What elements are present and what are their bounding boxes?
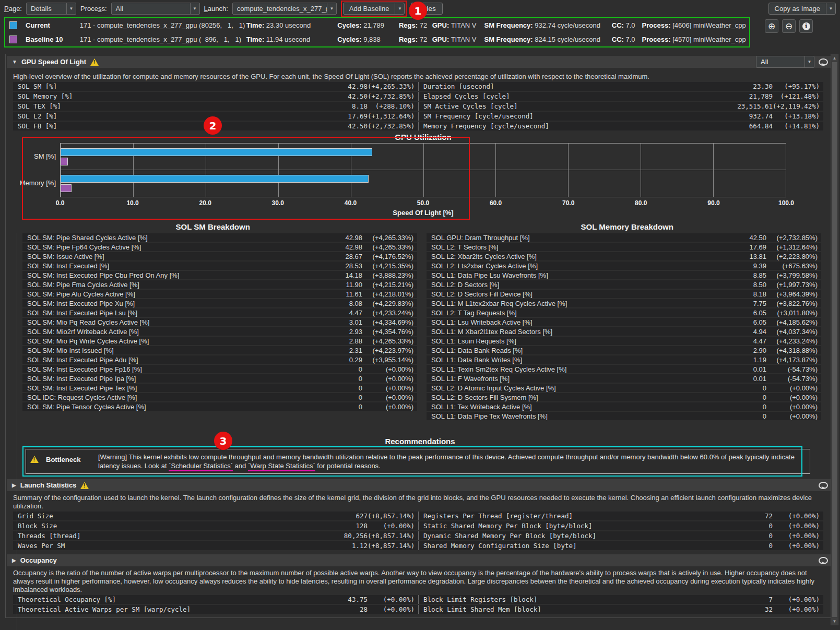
table-row[interactable]: SOL L1: Lsu Writeback Active [%]6.05(+4,… bbox=[427, 318, 821, 326]
table-row[interactable]: Static Shared Memory Per Block [byte/blo… bbox=[418, 521, 823, 530]
table-row[interactable]: SOL SM: Mio Pq Write Cycles Active [%]2.… bbox=[22, 337, 417, 345]
metric-label: Block Limit Shared Mem [block] bbox=[419, 605, 723, 613]
process-field: Process: [4570] miniWeather_cpp bbox=[642, 35, 749, 43]
add-baseline-button[interactable]: Add Baseline ▼ bbox=[343, 3, 405, 15]
comment-icon[interactable] bbox=[819, 557, 828, 564]
process-dropdown[interactable]: All ▼ bbox=[111, 3, 200, 15]
scrollbar-thumb[interactable] bbox=[832, 62, 837, 617]
table-row[interactable]: SOL L1: Texin Sm2tex Req Cycles Active [… bbox=[427, 365, 821, 373]
table-row[interactable]: Theoretical Occupancy [%]43.75(+0.00%) bbox=[13, 595, 418, 604]
table-row[interactable]: SOL SM: Pipe Fma Cycles Active [%]11.90(… bbox=[22, 280, 417, 289]
metric-delta: (+4,265.33%) bbox=[362, 243, 417, 251]
table-row[interactable]: SOL L2: D Sectors Fill Sysmem [%]0(+0.00… bbox=[427, 393, 821, 401]
table-row[interactable]: Theoretical Active Warps per SM [warp/cy… bbox=[13, 605, 418, 614]
table-row[interactable]: SOL IDC: Request Cycles Active [%]0(+0.0… bbox=[22, 393, 417, 401]
table-row[interactable]: SOL L2: T Tag Requests [%]6.05(+3,011.80… bbox=[427, 308, 821, 317]
metric-delta: (+0.00%) bbox=[368, 522, 418, 530]
table-row[interactable]: SOL L1: Data Pipe Lsu Wavefronts [%]8.85… bbox=[427, 271, 821, 279]
table-row[interactable]: SOL GPU: Dram Throughput [%]42.50(+2,732… bbox=[427, 233, 821, 242]
warp-state-statistics-link[interactable]: `Warp State Statistics` bbox=[248, 462, 315, 470]
table-row[interactable]: SOL SM: Mio Pq Read Cycles Active [%]3.0… bbox=[22, 318, 417, 326]
x-tick-label: 50.0 bbox=[417, 199, 429, 207]
table-row[interactable]: SOL Memory [%]42.50(+2,732.85%) bbox=[13, 92, 418, 101]
comment-icon[interactable] bbox=[819, 482, 828, 489]
metric-label: SOL IDC: Request Cycles Active [%] bbox=[22, 394, 334, 401]
sol-filter-dropdown[interactable]: All ▼ bbox=[756, 56, 814, 68]
copy-as-image-button[interactable]: Copy as Image ▼ bbox=[768, 3, 836, 15]
table-row[interactable]: Shared Memory Configuration Size [byte]0… bbox=[418, 541, 823, 550]
scroll-down-icon[interactable]: ▼ bbox=[831, 617, 838, 625]
collapse-expanded-icon[interactable]: ▼ bbox=[12, 59, 17, 65]
table-row[interactable]: SM Frequency [cycle/usecond]932.74(+13.1… bbox=[418, 112, 823, 121]
page-dropdown[interactable]: Details ▼ bbox=[26, 3, 76, 15]
scheduler-statistics-link[interactable]: `Scheduler Statistics` bbox=[169, 462, 233, 470]
table-row[interactable]: SOL SM: Pipe Alu Cycles Active [%]11.61(… bbox=[22, 290, 417, 298]
table-row[interactable]: SOL SM [%]42.98(+4,265.33%) bbox=[13, 82, 418, 91]
launch-dropdown-value: compute_tendencies_x_277_gpu bbox=[233, 5, 327, 13]
metric-label: SOL L1: Data Bank Writes [%] bbox=[427, 356, 738, 364]
table-row[interactable]: SOL SM: Inst Executed Pipe Cbu Pred On A… bbox=[22, 271, 417, 279]
table-row[interactable]: Grid Size627(+8,857.14%) bbox=[13, 512, 418, 520]
table-row[interactable]: Registers Per Thread [register/thread]72… bbox=[418, 512, 823, 520]
table-row[interactable]: SOL L2: Lts2xbar Cycles Active [%]9.39(+… bbox=[427, 261, 821, 270]
table-row[interactable]: SOL L1: Data Bank Reads [%]2.90(+4,318.8… bbox=[427, 346, 821, 354]
comment-icon[interactable] bbox=[819, 58, 828, 66]
table-row[interactable]: SOL SM: Inst Executed Pipe Fp16 [%]0(+0.… bbox=[22, 365, 417, 373]
table-row[interactable]: SOL L1: Data Bank Writes [%]1.19(+4,173.… bbox=[427, 355, 821, 364]
vertical-scrollbar[interactable]: ▲ ▼ bbox=[831, 54, 838, 625]
table-row[interactable]: Dynamic Shared Memory Per Block [byte/bl… bbox=[418, 531, 823, 540]
scroll-up-icon[interactable]: ▲ bbox=[831, 54, 838, 62]
table-row[interactable]: SOL L1: M L1tex2xbar Req Cycles Active [… bbox=[427, 299, 821, 307]
table-row[interactable]: Block Limit Shared Mem [block]32(+0.00%) bbox=[418, 605, 823, 614]
collapse-collapsed-icon[interactable]: ▶ bbox=[12, 557, 16, 563]
table-row[interactable]: Memory Frequency [cycle/usecond]664.84(+… bbox=[418, 122, 823, 130]
table-row[interactable]: Block Size128(+0.00%) bbox=[13, 521, 418, 530]
table-row[interactable]: SOL L2: D Sectors Fill Device [%]8.18(+3… bbox=[427, 290, 821, 298]
table-row[interactable]: SOL L1: Lsuin Requests [%]4.47(+4,233.24… bbox=[427, 337, 821, 345]
current-kernel-row[interactable]: Current 171 - compute_tendencies_x_277_g… bbox=[5, 18, 749, 32]
table-row[interactable]: SOL L1: F Wavefronts [%]0.01(-54.73%) bbox=[427, 374, 821, 383]
x-tick-label: 20.0 bbox=[199, 199, 211, 207]
table-row[interactable]: Block Limit Registers [block]7(+0.00%) bbox=[418, 595, 823, 604]
table-row[interactable]: SOL L2: Xbar2lts Cycles Active [%]13.81(… bbox=[427, 252, 821, 260]
table-row[interactable]: SOL SM: Inst Executed Pipe Lsu [%]4.47(+… bbox=[22, 308, 417, 317]
table-row[interactable]: SM Active Cycles [cycle]23,515.61(+2,119… bbox=[418, 102, 823, 111]
chevron-down-icon[interactable]: ▼ bbox=[395, 3, 404, 14]
table-row[interactable]: SOL SM: Inst Executed [%]28.53(+4,215.35… bbox=[22, 261, 417, 270]
collapse-collapsed-icon[interactable]: ▶ bbox=[12, 482, 16, 488]
table-row[interactable]: SOL SM: Inst Executed Pipe Adu [%]0.29(+… bbox=[22, 355, 417, 364]
table-row[interactable]: SOL SM: Inst Executed Pipe Xu [%]8.08(+4… bbox=[22, 299, 417, 307]
table-row[interactable]: SOL L2: D Atomic Input Cycles Active [%]… bbox=[427, 384, 821, 392]
table-row[interactable]: Duration [usecond]23.30(+95.17%) bbox=[418, 82, 823, 91]
baseline-kernel-row[interactable]: Baseline 10 171 - compute_tendencies_x_2… bbox=[5, 32, 749, 46]
table-row[interactable]: Threads [thread]80,256(+8,857.14%) bbox=[13, 531, 418, 540]
info-button[interactable]: i bbox=[799, 19, 813, 33]
table-row[interactable]: SOL SM: Inst Executed Pipe Tex [%]0(+0.0… bbox=[22, 384, 417, 392]
table-row[interactable]: SOL SM: Pipe Shared Cycles Active [%]42.… bbox=[22, 233, 417, 242]
section-header-gpu-speed-of-light[interactable]: ▼ GPU Speed Of Light All ▼ bbox=[7, 56, 833, 68]
launch-dropdown[interactable]: compute_tendencies_x_277_gpu ▼ bbox=[232, 3, 337, 15]
table-row[interactable]: SOL L1: Tex Writeback Active [%]0(+0.00%… bbox=[427, 402, 821, 411]
table-row[interactable]: Waves Per SM1.12(+8,857.14%) bbox=[13, 541, 418, 550]
table-row[interactable]: SOL L1: Data Pipe Tex Wavefronts [%]0(+0… bbox=[427, 412, 821, 420]
table-row[interactable]: SOL L2: T Sectors [%]17.69(+1,312.64%) bbox=[427, 243, 821, 251]
x-tick-label: 90.0 bbox=[707, 199, 719, 207]
table-row[interactable]: SOL SM: Mio Inst Issued [%]2.31(+4,223.9… bbox=[22, 346, 417, 354]
table-row[interactable]: SOL SM: Mio2rf Writeback Active [%]2.93(… bbox=[22, 327, 417, 336]
sol-table-right: Duration [usecond]23.30(+95.17%)Elapsed … bbox=[418, 82, 823, 132]
table-row[interactable]: SOL L2: D Sectors [%]8.50(+1,997.73%) bbox=[427, 280, 821, 289]
table-row[interactable]: SOL L1: M Xbar2l1tex Read Sectors [%]4.9… bbox=[427, 327, 821, 336]
table-row[interactable]: SOL SM: Pipe Fp64 Cycles Active [%]42.98… bbox=[22, 243, 417, 251]
section-header-occupancy[interactable]: ▶ Occupancy bbox=[7, 554, 833, 566]
table-row[interactable]: SOL SM: Pipe Tensor Cycles Active [%]0(+… bbox=[22, 402, 417, 411]
chevron-down-icon[interactable]: ▼ bbox=[826, 3, 835, 14]
table-row[interactable]: SOL SM: Issue Active [%]28.67(+4,176.52%… bbox=[22, 252, 417, 260]
zoom-out-circle-button[interactable]: ⊖ bbox=[782, 19, 796, 33]
zoom-in-circle-button[interactable]: ⊕ bbox=[765, 19, 778, 33]
section-header-launch-statistics[interactable]: ▶ Launch Statistics bbox=[7, 479, 833, 491]
table-row[interactable]: SOL TEX [%]8.18(+288.10%) bbox=[13, 102, 418, 111]
metric-label: SOL L2: T Sectors [%] bbox=[427, 243, 738, 251]
table-row[interactable]: Elapsed Cycles [cycle]21,789(+121.48%) bbox=[418, 92, 823, 101]
table-row[interactable]: SOL SM: Inst Executed Pipe Ipa [%]0(+0.0… bbox=[22, 374, 417, 383]
metric-value: 0 bbox=[738, 384, 766, 392]
